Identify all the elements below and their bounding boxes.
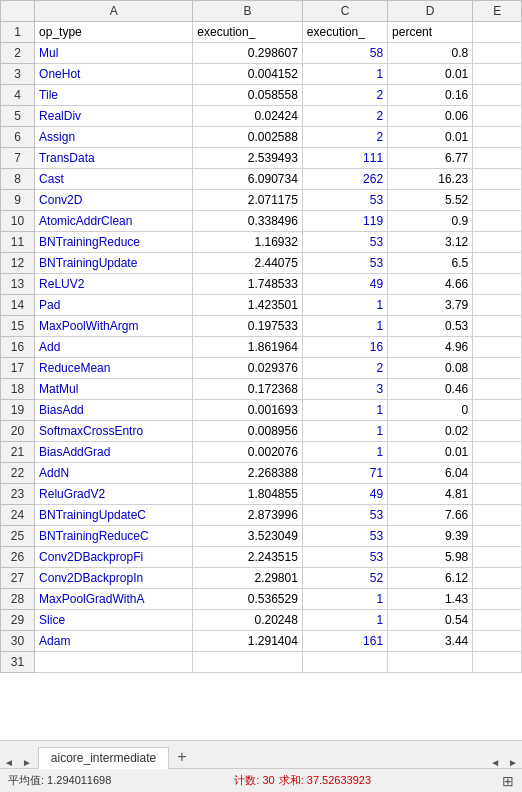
tab-nav-left[interactable]: ◄ (486, 757, 504, 768)
cell-a[interactable]: BNTrainingUpdate (35, 253, 193, 274)
cell-c[interactable]: 16 (302, 337, 387, 358)
cell-d[interactable]: 0.06 (388, 106, 473, 127)
cell-b[interactable]: 2.268388 (193, 463, 303, 484)
cell-d[interactable]: 3.12 (388, 232, 473, 253)
cell-a[interactable]: BiasAdd (35, 400, 193, 421)
cell-a[interactable]: SoftmaxCrossEntro (35, 421, 193, 442)
cell-c[interactable]: 53 (302, 526, 387, 547)
cell-c[interactable]: 1 (302, 442, 387, 463)
cell-c[interactable]: 2 (302, 358, 387, 379)
cell-d[interactable]: 0.46 (388, 379, 473, 400)
cell-b[interactable]: 0.001693 (193, 400, 303, 421)
cell-d[interactable]: 4.81 (388, 484, 473, 505)
cell-b[interactable]: 2.873996 (193, 505, 303, 526)
cell-b[interactable]: 2.243515 (193, 547, 303, 568)
cell-a[interactable]: Cast (35, 169, 193, 190)
cell-c[interactable]: 53 (302, 505, 387, 526)
cell-a[interactable]: Tile (35, 85, 193, 106)
cell-a[interactable]: Conv2DBackpropIn (35, 568, 193, 589)
cell-c[interactable]: 71 (302, 463, 387, 484)
cell-1-b[interactable]: execution_ (193, 22, 303, 43)
cell-b[interactable]: 1.861964 (193, 337, 303, 358)
cell-b[interactable]: 0.029376 (193, 358, 303, 379)
cell-d[interactable]: 6.04 (388, 463, 473, 484)
cell-b[interactable]: 0.172368 (193, 379, 303, 400)
cell-a[interactable]: ReLUV2 (35, 274, 193, 295)
cell-d[interactable]: 0.16 (388, 85, 473, 106)
cell-d[interactable]: 6.77 (388, 148, 473, 169)
cell-b[interactable]: 0.197533 (193, 316, 303, 337)
cell-a[interactable]: Conv2D (35, 190, 193, 211)
cell-b[interactable]: 1.748533 (193, 274, 303, 295)
cell-b[interactable]: 0.02424 (193, 106, 303, 127)
add-sheet-button[interactable]: + (169, 746, 194, 768)
cell-a[interactable]: BiasAddGrad (35, 442, 193, 463)
cell-d[interactable]: 9.39 (388, 526, 473, 547)
cell-d[interactable]: 4.96 (388, 337, 473, 358)
cell-c[interactable]: 161 (302, 631, 387, 652)
cell-c[interactable]: 1 (302, 400, 387, 421)
cell-b[interactable]: 0.20248 (193, 610, 303, 631)
cell-b[interactable]: 2.29801 (193, 568, 303, 589)
cell-a[interactable]: Adam (35, 631, 193, 652)
col-header-c[interactable]: C (302, 1, 387, 22)
cell-b[interactable]: 1.804855 (193, 484, 303, 505)
cell-c[interactable]: 52 (302, 568, 387, 589)
cell-d[interactable]: 0.08 (388, 358, 473, 379)
cell-d[interactable]: 7.66 (388, 505, 473, 526)
cell-b[interactable]: 0.002076 (193, 442, 303, 463)
cell-b[interactable]: 1.291404 (193, 631, 303, 652)
cell-c[interactable]: 111 (302, 148, 387, 169)
cell-d[interactable]: 1.43 (388, 589, 473, 610)
cell-1-d[interactable]: percent (388, 22, 473, 43)
cell-a[interactable]: AtomicAddrClean (35, 211, 193, 232)
cell-1-a[interactable]: op_type (35, 22, 193, 43)
cell-c[interactable]: 49 (302, 274, 387, 295)
cell-b[interactable]: 1.16932 (193, 232, 303, 253)
cell-c[interactable]: 2 (302, 85, 387, 106)
cell-a[interactable]: MaxPoolWithArgm (35, 316, 193, 337)
cell-c[interactable]: 1 (302, 295, 387, 316)
cell-d[interactable]: 0.54 (388, 610, 473, 631)
cell-d[interactable]: 3.44 (388, 631, 473, 652)
cell-d[interactable]: 16.23 (388, 169, 473, 190)
cell-d[interactable]: 0.02 (388, 421, 473, 442)
cell-b[interactable]: 6.090734 (193, 169, 303, 190)
cell-c[interactable]: 1 (302, 589, 387, 610)
cell-b[interactable]: 0.338496 (193, 211, 303, 232)
cell-d[interactable]: 0.01 (388, 442, 473, 463)
cell-b[interactable]: 3.523049 (193, 526, 303, 547)
cell-b[interactable]: 0.004152 (193, 64, 303, 85)
cell-a[interactable]: BNTrainingReduce (35, 232, 193, 253)
cell-a[interactable]: Conv2DBackpropFi (35, 547, 193, 568)
cell-c[interactable]: 1 (302, 64, 387, 85)
cell-c[interactable]: 1 (302, 421, 387, 442)
cell-d[interactable]: 6.12 (388, 568, 473, 589)
col-header-d[interactable]: D (388, 1, 473, 22)
cell-c[interactable]: 119 (302, 211, 387, 232)
sheet-tab[interactable]: aicore_intermediate (38, 747, 169, 769)
cell-c[interactable]: 2 (302, 106, 387, 127)
cell-c[interactable]: 2 (302, 127, 387, 148)
cell-c[interactable]: 53 (302, 232, 387, 253)
col-header-b[interactable]: B (193, 1, 303, 22)
cell-a[interactable]: Add (35, 337, 193, 358)
cell-b[interactable]: 0.298607 (193, 43, 303, 64)
cell-c[interactable]: 53 (302, 547, 387, 568)
cell-a[interactable]: AddN (35, 463, 193, 484)
cell-c[interactable]: 58 (302, 43, 387, 64)
cell-b[interactable]: 2.071175 (193, 190, 303, 211)
cell-b[interactable]: 2.44075 (193, 253, 303, 274)
cell-d[interactable]: 0 (388, 400, 473, 421)
cell-d[interactable]: 4.66 (388, 274, 473, 295)
cell-b[interactable]: 0.058558 (193, 85, 303, 106)
col-header-a[interactable]: A (35, 1, 193, 22)
cell-d[interactable]: 0.01 (388, 127, 473, 148)
col-header-e[interactable]: E (473, 1, 522, 22)
cell-a[interactable]: RealDiv (35, 106, 193, 127)
cell-d[interactable]: 3.79 (388, 295, 473, 316)
cell-c[interactable]: 3 (302, 379, 387, 400)
cell-a[interactable]: Assign (35, 127, 193, 148)
cell-a[interactable]: BNTrainingReduceC (35, 526, 193, 547)
cell-a[interactable]: ReluGradV2 (35, 484, 193, 505)
